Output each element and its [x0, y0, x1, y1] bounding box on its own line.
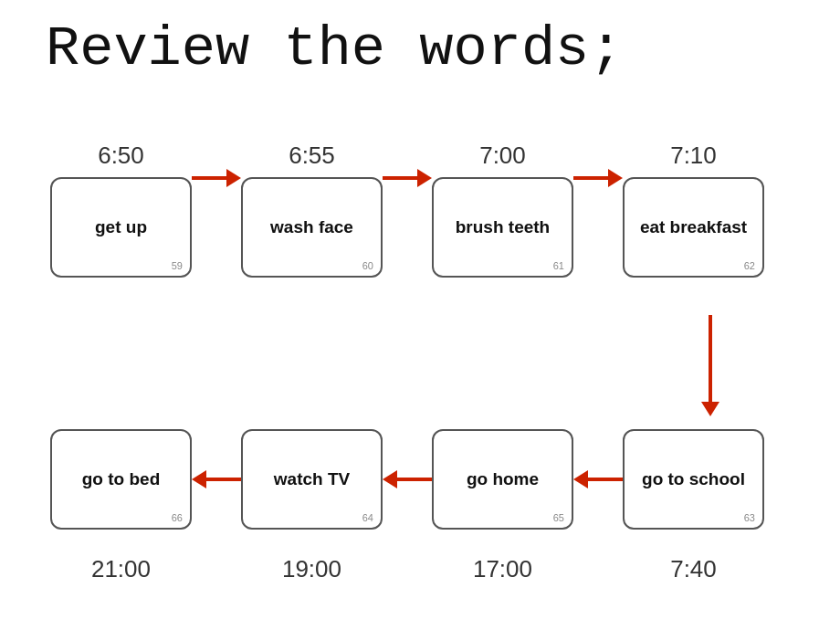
card-get-up-text: get up	[95, 217, 147, 237]
card-eat-breakfast-text: eat breakfast	[640, 217, 747, 237]
col-wash-face: 6:55 wash face 60	[241, 142, 383, 278]
arrow-r2-3	[573, 470, 623, 488]
card-go-home-text: go home	[467, 469, 539, 489]
card-go-to-school-num: 63	[744, 512, 755, 523]
card-watch-tv-text: watch TV	[274, 469, 350, 489]
card-wash-face: wash face 60	[241, 177, 383, 278]
time-6-55: 6:55	[289, 142, 335, 170]
card-watch-tv: watch TV 64	[241, 429, 383, 530]
card-go-home-num: 65	[553, 512, 564, 523]
arrow-r2-2	[383, 470, 432, 488]
time-7-10: 7:10	[670, 142, 717, 170]
card-watch-tv-num: 64	[362, 512, 373, 523]
card-go-to-bed-num: 66	[172, 512, 183, 523]
card-eat-breakfast-num: 62	[744, 260, 755, 271]
col-go-home: go home 65	[432, 429, 573, 530]
time-7-00: 7:00	[479, 142, 526, 170]
card-get-up-num: 59	[172, 260, 183, 271]
card-go-to-bed: go to bed 66	[50, 429, 192, 530]
card-wash-face-text: wash face	[270, 217, 353, 237]
time-6-50: 6:50	[98, 142, 144, 170]
col-go-to-bed: go to bed 66	[50, 429, 192, 530]
card-get-up: get up 59	[50, 177, 192, 278]
col-go-to-school: go to school 63	[623, 429, 764, 530]
time-17-00: 17:00	[432, 555, 573, 583]
card-go-to-school-text: go to school	[642, 469, 745, 489]
card-brush-teeth: brush teeth 61	[432, 177, 573, 278]
card-eat-breakfast: eat breakfast 62	[623, 177, 764, 278]
card-brush-teeth-num: 61	[553, 260, 564, 271]
time-7-40: 7:40	[623, 555, 764, 583]
col-get-up: 6:50 get up 59	[50, 142, 192, 278]
card-go-to-school: go to school 63	[623, 429, 764, 530]
arrow-2-3	[383, 169, 432, 187]
time-21-00: 21:00	[50, 555, 192, 583]
col-brush-teeth: 7:00 brush teeth 61	[432, 142, 573, 278]
card-brush-teeth-text: brush teeth	[456, 217, 550, 237]
page-title: Review the words;	[46, 16, 624, 81]
time-19-00: 19:00	[241, 555, 383, 583]
arrow-1-2	[192, 169, 241, 187]
arrow-3-4	[573, 169, 623, 187]
arrow-down	[701, 315, 719, 416]
card-go-home: go home 65	[432, 429, 573, 530]
card-wash-face-num: 60	[362, 260, 373, 271]
card-go-to-bed-text: go to bed	[82, 469, 160, 489]
col-watch-tv: watch TV 64	[241, 429, 383, 530]
arrow-r2-1	[192, 470, 241, 488]
col-eat-breakfast: 7:10 eat breakfast 62	[623, 142, 764, 278]
